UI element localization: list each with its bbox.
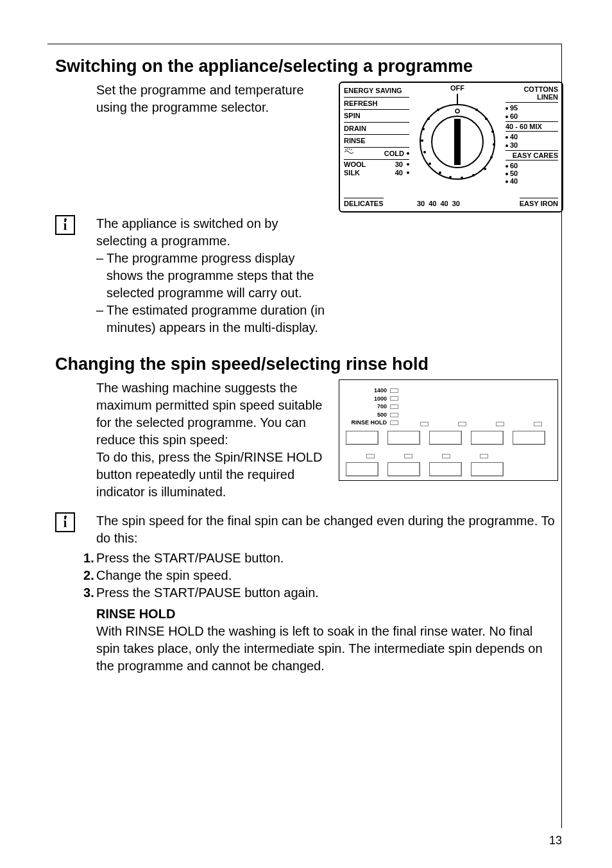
panel-button [346, 462, 378, 476]
svg-point-12 [461, 177, 463, 179]
dial-knob-icon [416, 92, 499, 192]
dial-label-refresh: REFRESH [344, 98, 409, 110]
handwash-icon [344, 148, 354, 159]
spin-1400: 1400 [374, 386, 387, 395]
svg-point-17 [421, 139, 423, 142]
panel-led [366, 454, 375, 458]
dial-off-label: OFF [416, 84, 499, 92]
panel-led [404, 454, 412, 458]
svg-point-5 [475, 108, 478, 111]
dial-label-energy: ENERGY SAVING [344, 85, 409, 98]
spin-panel-figure: 1400 1000 700 500 RINSE HOLD [339, 379, 558, 501]
spin-700: 700 [377, 403, 387, 411]
svg-point-19 [427, 117, 430, 120]
panel-button [429, 431, 462, 445]
svg-point-6 [485, 117, 488, 120]
panel-led [458, 422, 466, 426]
dial-label-rinse: RINSE [344, 135, 409, 148]
dial-label-drain: DRAIN [344, 123, 409, 135]
dial-wool-30: 30 [395, 161, 403, 168]
panel-button [471, 462, 504, 476]
section1-para2: The appliance is switched on by selectin… [96, 215, 327, 250]
dial-temp-95: 95 [510, 104, 518, 112]
svg-point-13 [449, 176, 452, 178]
dial-temp-40: 40 [510, 133, 518, 141]
info-icon [55, 512, 75, 532]
svg-point-15 [429, 162, 431, 165]
panel-led [496, 422, 504, 426]
section1-para1: Set the programme and temperature using … [96, 82, 327, 116]
panel-button [513, 431, 545, 445]
svg-point-10 [484, 168, 486, 170]
panel-led [420, 422, 429, 426]
svg-point-2 [455, 109, 459, 113]
dial-figure: ENERGY SAVING REFRESH SPIN DRAIN RINSE C… [339, 82, 563, 213]
dial-bl-40b: 40 [441, 200, 448, 207]
step3: Press the START/PAUSE button again. [83, 584, 562, 602]
dial-ec-50: 50 [510, 169, 518, 177]
spin-500: 500 [377, 411, 387, 419]
svg-point-9 [490, 156, 493, 159]
rinse-hold-title: RINSE HOLD [96, 605, 558, 623]
section2-para1: The washing machine suggests the maximum… [96, 379, 327, 449]
svg-point-16 [423, 151, 426, 153]
dial-label-cottons: COTTONS LINEN [506, 85, 558, 103]
svg-rect-4 [454, 119, 461, 165]
info-icon [55, 215, 75, 235]
panel-led [534, 422, 542, 426]
svg-point-20 [437, 108, 439, 111]
dial-label-delicates: DELICATES [344, 198, 384, 207]
svg-point-8 [493, 143, 495, 146]
svg-point-14 [439, 171, 441, 174]
rinse-hold-body: With RINSE HOLD the washing is left to s… [96, 623, 558, 675]
panel-led [480, 454, 488, 458]
panel-led [442, 454, 450, 458]
section2-heading: Changing the spin speed/selecting rinse … [55, 354, 562, 374]
spin-1000: 1000 [374, 395, 387, 403]
panel-button [387, 431, 420, 445]
dial-label-silk: SILK [344, 169, 360, 177]
section1-bullet1: The programme progress display shows the… [96, 250, 327, 302]
dial-ec-60: 60 [510, 162, 518, 169]
dial-bl-40a: 40 [429, 200, 436, 207]
svg-point-7 [491, 130, 494, 133]
section1-heading: Switching on the appliance/selecting a p… [55, 56, 562, 76]
spin-rinsehold: RINSE HOLD [351, 419, 387, 427]
panel-button [471, 431, 504, 445]
dial-label-spin: SPIN [344, 110, 409, 123]
dial-temp-30: 30 [510, 141, 518, 149]
dial-label-easycares: EASY CARES [506, 150, 558, 161]
svg-point-11 [472, 174, 475, 177]
dial-temp-60: 60 [510, 112, 518, 120]
dial-ec-40: 40 [510, 177, 518, 185]
page-number: 13 [549, 834, 562, 847]
step1: Press the START/PAUSE button. [83, 550, 562, 567]
dial-bl-30a: 30 [417, 200, 425, 207]
dial-label-wool: WOOL [344, 161, 366, 168]
panel-button [429, 462, 462, 476]
step2: Change the spin speed. [83, 567, 562, 584]
section2-info-para: The spin speed for the final spin can be… [96, 512, 558, 547]
dial-silk-40: 40 [395, 169, 403, 177]
panel-button [387, 462, 420, 476]
section2-para2: To do this, press the Spin/RINSE HOLD bu… [96, 449, 327, 501]
svg-point-18 [422, 128, 425, 130]
dial-label-cold: COLD [384, 148, 404, 159]
dial-label-easyiron: EASY IRON [520, 198, 558, 207]
dial-label-mix: 40 - 60 MIX [506, 121, 558, 132]
dial-bl-30b: 30 [452, 200, 460, 207]
panel-button [346, 431, 378, 445]
section1-bullet2: The estimated programme duration (in min… [96, 302, 327, 336]
